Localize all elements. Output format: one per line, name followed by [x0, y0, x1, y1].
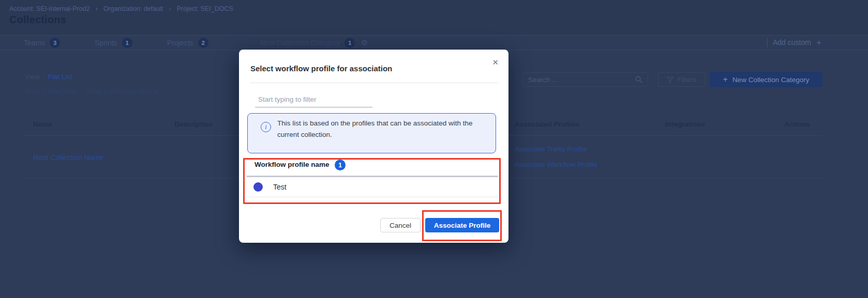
- info-callout-text: This list is based on the profiles that …: [277, 118, 491, 140]
- tab-label: Sprints: [95, 39, 117, 47]
- select-workflow-profile-dialog: Select workflow profile for association …: [239, 50, 508, 243]
- cancel-button[interactable]: Cancel: [380, 218, 421, 232]
- root-collection-label: Root Collection :: [25, 87, 81, 95]
- profile-list-item[interactable]: Test: [273, 183, 287, 191]
- page-title: Collections: [9, 14, 66, 26]
- tab-label: Projects: [167, 39, 193, 47]
- column-header-integrations: Integrations: [665, 120, 705, 128]
- plus-icon: +: [723, 75, 728, 84]
- breadcrumb-organization[interactable]: Organization: default: [103, 5, 163, 12]
- close-icon[interactable]: ✕: [492, 58, 499, 67]
- view-flat-list-link[interactable]: Flat List: [48, 73, 72, 81]
- tab-label: Teams: [24, 39, 45, 47]
- tab-count-badge: 1: [345, 38, 355, 48]
- chevron-right-icon: ›: [96, 5, 98, 12]
- row-collection-name-link[interactable]: Root Collection Name: [33, 153, 103, 162]
- new-collection-category-button[interactable]: + New Collection Category: [710, 72, 822, 87]
- breadcrumb-project[interactable]: Project: SEI_DOCS: [177, 5, 233, 12]
- column-header-actions: Actions: [784, 120, 810, 128]
- tab-new-collection-category[interactable]: New Collection Category 1 ⚙: [260, 38, 368, 48]
- gear-icon[interactable]: ⚙: [361, 38, 368, 48]
- tab-count-badge: 3: [50, 38, 60, 48]
- breadcrumb-account[interactable]: Account: SEI-Internal-Prod2: [9, 5, 90, 12]
- add-custom-control[interactable]: Add custom +: [767, 38, 821, 47]
- tab-label: New Collection Category: [260, 39, 340, 47]
- profile-filter-input[interactable]: [255, 95, 372, 107]
- profile-count-badge: 1: [335, 160, 346, 170]
- associate-trellis-profile-link[interactable]: Associate Trellis Profile: [515, 145, 587, 153]
- tab-teams[interactable]: Teams 3: [24, 38, 60, 48]
- chevron-right-icon: ›: [169, 5, 171, 12]
- info-icon: i: [261, 122, 271, 132]
- list-item-divider: [247, 197, 498, 197]
- vertical-divider: [767, 38, 768, 47]
- search-input[interactable]: [528, 76, 631, 84]
- tab-count-badge: 2: [198, 38, 208, 48]
- search-icon: [635, 76, 642, 83]
- workflow-profile-list-header: Workflow profile name: [255, 161, 330, 168]
- profile-selected-dot[interactable]: [253, 182, 263, 192]
- list-header-divider: [247, 176, 498, 177]
- tab-sprints[interactable]: Sprints 1: [95, 38, 132, 48]
- associate-workflow-profile-link[interactable]: Associate Workflow Profile: [515, 161, 597, 168]
- root-collection-row: Root Collection : Root Collection Name: [25, 87, 158, 95]
- column-header-name: Name: [33, 120, 52, 128]
- column-header-description: Description: [174, 120, 213, 128]
- associate-profile-button[interactable]: Associate Profile: [425, 218, 499, 232]
- column-header-associated-profiles: Associated Profiles: [515, 120, 579, 128]
- filters-label: Filters: [678, 76, 697, 84]
- view-row: View : Flat List: [25, 73, 72, 81]
- add-custom-label[interactable]: Add custom: [773, 38, 811, 46]
- copy-icon[interactable]: [781, 153, 789, 161]
- filters-button[interactable]: Filters: [658, 72, 705, 87]
- tab-projects[interactable]: Projects 2: [167, 38, 208, 48]
- info-callout: i This list is based on the profiles tha…: [247, 113, 496, 153]
- tab-count-badge: 1: [122, 38, 132, 48]
- dialog-title-divider: [250, 83, 499, 83]
- view-label: View :: [25, 73, 44, 81]
- root-collection-value: Root Collection Name: [86, 87, 158, 95]
- trash-icon[interactable]: [801, 153, 809, 161]
- dialog-title: Select workflow profile for association: [250, 64, 392, 73]
- search-box[interactable]: [522, 72, 648, 87]
- filter-funnel-icon: [667, 76, 674, 83]
- breadcrumb: Account: SEI-Internal-Prod2 › Organizati…: [9, 5, 233, 12]
- new-collection-category-label: New Collection Category: [732, 76, 810, 84]
- plus-icon[interactable]: +: [816, 38, 821, 47]
